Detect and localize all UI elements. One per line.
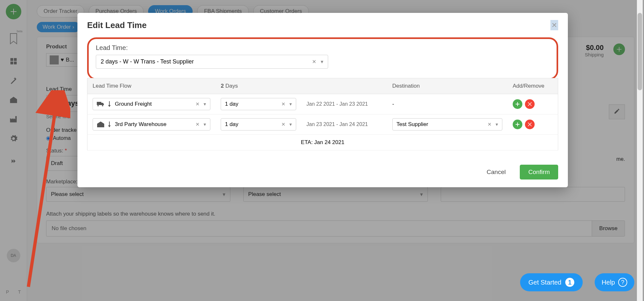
destination-select[interactable]: Test Supplier ✕▾	[392, 118, 502, 131]
clear-icon[interactable]: ✕	[488, 121, 492, 127]
lead-time-highlight: Lead Time: 2 days - W - W Trans - Test S…	[87, 37, 558, 80]
col-flow: Lead Time Flow	[87, 78, 216, 94]
chevron-down-icon[interactable]: ▾	[289, 101, 292, 107]
x-icon	[528, 122, 532, 126]
lead-time-label: Lead Time:	[96, 44, 549, 52]
col-days: 2 Days	[216, 78, 301, 94]
clear-icon[interactable]: ✕	[196, 121, 200, 127]
clear-icon[interactable]: ✕	[281, 121, 286, 127]
chevron-down-icon[interactable]: ▾	[204, 121, 206, 127]
confirm-button[interactable]: Confirm	[520, 165, 558, 180]
add-row-button[interactable]	[513, 99, 522, 109]
lead-time-select[interactable]: 2 days - W - W Trans - Test Supplier ✕ ▾	[96, 55, 328, 69]
plus-icon	[516, 102, 519, 106]
cancel-button[interactable]: Cancel	[478, 165, 514, 180]
flow-type-select[interactable]: 3rd Party Warehouse ✕▾	[93, 118, 210, 131]
get-started-widget[interactable]: Get Started 1	[520, 273, 583, 291]
chevron-down-icon[interactable]: ▾	[204, 101, 206, 107]
chevron-down-icon[interactable]: ▾	[321, 59, 323, 65]
eta-text: ETA: Jan 24 2021	[87, 135, 558, 150]
close-modal-button[interactable]: ×	[550, 20, 558, 30]
col-destination: Destination	[387, 78, 508, 94]
vertical-scrollbar[interactable]	[637, 0, 643, 301]
warehouse-icon	[97, 121, 105, 127]
scrollbar-thumb[interactable]	[638, 13, 642, 90]
modal-title: Edit Lead Time	[87, 20, 146, 30]
arrow-down-icon	[107, 101, 112, 107]
remove-row-button[interactable]	[525, 120, 535, 129]
clear-icon[interactable]: ✕	[196, 101, 200, 107]
add-row-button[interactable]	[513, 120, 522, 129]
edit-lead-time-modal: Edit Lead Time × Lead Time: 2 days - W -…	[77, 13, 568, 187]
row-destination: -	[387, 94, 508, 114]
get-started-badge: 1	[565, 278, 574, 287]
duration-select[interactable]: 1 day ✕▾	[221, 118, 296, 131]
col-add-remove: Add/Remove	[508, 78, 558, 94]
chevron-down-icon[interactable]: ▾	[289, 121, 292, 127]
clear-icon[interactable]: ✕	[281, 101, 286, 107]
plus-icon	[516, 122, 519, 126]
arrow-down-icon	[107, 121, 112, 127]
lead-time-selected-value: 2 days - W - W Trans - Test Supplier	[101, 58, 194, 65]
lead-time-flow-table: Lead Time Flow 2 Days Destination Add/Re…	[87, 78, 558, 150]
clear-icon[interactable]: ✕	[312, 59, 316, 65]
row-dates: Jan 22 2021 - Jan 23 2021	[301, 94, 387, 114]
chevron-down-icon[interactable]: ▾	[496, 121, 498, 127]
flow-row: 3rd Party Warehouse ✕▾ 1 day ✕▾ Jan 23 2…	[87, 114, 558, 135]
row-dates: Jan 23 2021 - Jan 24 2021	[301, 114, 387, 135]
eta-row: ETA: Jan 24 2021	[87, 135, 558, 150]
truck-icon	[97, 101, 105, 107]
x-icon	[528, 102, 532, 106]
flow-type-select[interactable]: Ground Freight ✕▾	[93, 98, 210, 110]
col-dates	[301, 78, 387, 94]
flow-row: Ground Freight ✕▾ 1 day ✕▾ Jan 22 2021 -…	[87, 94, 558, 114]
help-widget[interactable]: Help ?	[595, 273, 634, 291]
duration-select[interactable]: 1 day ✕▾	[221, 98, 296, 110]
remove-row-button[interactable]	[525, 99, 535, 109]
question-icon: ?	[618, 278, 627, 287]
